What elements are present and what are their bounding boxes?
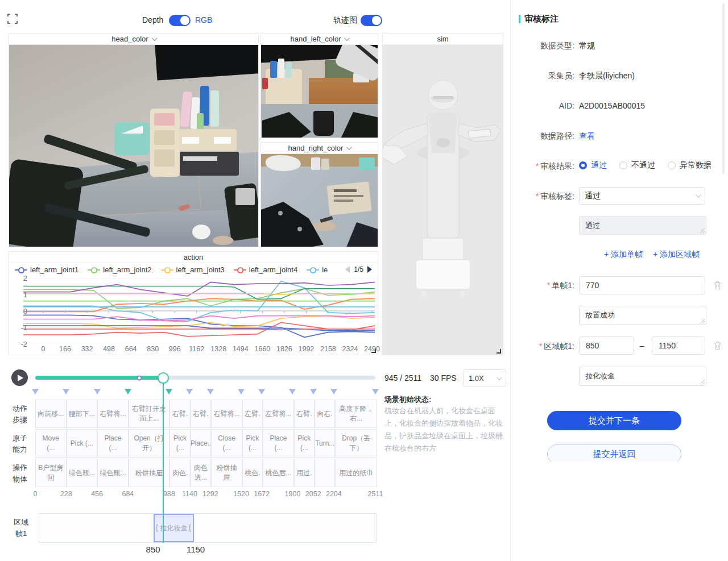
hand-left-camera-header[interactable]: hand_left_color: [261, 34, 378, 45]
action-chart-panel: action left_arm_joint1left_arm_joint2lef…: [9, 251, 378, 355]
step-cell[interactable]: Place..: [191, 429, 211, 458]
frame-axis-tick: 1672: [254, 490, 270, 498]
radio-label: 不通过: [631, 160, 655, 171]
legend-item[interactable]: left_arm_joint4: [234, 265, 297, 274]
step-cell[interactable]: 桃色唇...: [263, 459, 294, 487]
resize-grip-icon[interactable]: [700, 380, 705, 384]
segment-marker[interactable]: [258, 389, 265, 394]
legend-series-label: left_arm_joint4: [249, 265, 297, 274]
step-cell[interactable]: 绿色瓶...: [97, 459, 129, 487]
review-tag-note[interactable]: 通过: [579, 216, 706, 235]
sim-resize-handle[interactable]: [497, 349, 501, 354]
radio-label: 通过: [591, 160, 607, 171]
step-cell[interactable]: 桃色.: [242, 459, 263, 487]
step-cell[interactable]: 右臂.: [294, 400, 315, 428]
segment-marker[interactable]: [186, 389, 193, 394]
legend-next-icon[interactable]: [367, 266, 372, 273]
segment-marker[interactable]: [94, 389, 101, 394]
region-track[interactable]: 拉化妆盒: [39, 513, 377, 543]
step-cell[interactable]: 腰部下...: [67, 400, 98, 428]
step-cell[interactable]: B户型房间: [35, 459, 67, 487]
step-cell[interactable]: 肉色.: [169, 459, 190, 487]
legend-item[interactable]: left_arm_joint1: [15, 265, 78, 274]
region-frame-start-input[interactable]: 850: [579, 336, 634, 355]
region-block-right-handle[interactable]: [189, 525, 191, 532]
segment-marker[interactable]: [125, 389, 131, 394]
segment-marker[interactable]: [330, 389, 337, 394]
resize-grip-icon[interactable]: [700, 228, 705, 233]
data-path-view-link[interactable]: 查看: [579, 131, 595, 142]
keyframe-dot[interactable]: [137, 375, 142, 380]
step-cell[interactable]: Pick (...: [67, 429, 98, 458]
x-axis-tick: 1162: [189, 345, 204, 353]
step-cell[interactable]: Pick (...: [169, 429, 190, 458]
step-cell[interactable]: Move (...: [35, 429, 67, 458]
step-cell[interactable]: Pick (...: [294, 429, 315, 458]
legend-item[interactable]: left_arm_joint2: [88, 265, 151, 274]
review-annotation-panel: 审核标注 数据类型: 常规 采集员: 李轶晨(liyichen) AID: A2…: [511, 0, 728, 561]
speed-select[interactable]: 1.0X: [463, 369, 506, 387]
step-cell[interactable]: 用过.: [294, 459, 315, 487]
resize-grip-icon[interactable]: [700, 319, 705, 323]
step-cell[interactable]: 用过的纸巾: [335, 459, 377, 487]
segment-marker[interactable]: [166, 389, 172, 394]
step-cell[interactable]: Pick (...: [242, 429, 263, 458]
segment-marker[interactable]: [238, 389, 245, 394]
segment-marker[interactable]: [63, 389, 69, 394]
region-block-left-handle[interactable]: [156, 525, 158, 532]
step-cell[interactable]: 左臂.: [242, 400, 263, 428]
submit-return-button[interactable]: 提交并返回: [547, 444, 681, 462]
region-frame-end-input[interactable]: 1150: [652, 336, 705, 355]
segment-marker[interactable]: [310, 389, 317, 394]
legend-item[interactable]: le: [307, 265, 328, 274]
segment-marker[interactable]: [372, 389, 379, 394]
legend-item[interactable]: left_arm_joint3: [161, 265, 225, 274]
step-cell[interactable]: Place (...: [263, 429, 294, 458]
step-cell[interactable]: 肉色透...: [191, 459, 211, 487]
step-cell[interactable]: Close (...: [211, 429, 242, 458]
step-cell[interactable]: 右臂.: [191, 400, 211, 428]
fullscreen-icon[interactable]: [7, 14, 18, 24]
panel-scrollbar[interactable]: [722, 3, 725, 174]
step-cell[interactable]: 右臂将...: [97, 400, 129, 428]
step-cell[interactable]: Turn...: [315, 429, 335, 458]
legend-prev-icon[interactable]: [345, 266, 350, 273]
single-frame-note[interactable]: 放置成功: [579, 306, 706, 325]
submit-next-button[interactable]: 提交并下一条: [547, 411, 681, 430]
segment-marker[interactable]: [32, 389, 39, 394]
step-cell[interactable]: 向前移...: [35, 400, 67, 428]
region-frame-note[interactable]: 拉化妆盒: [579, 367, 706, 386]
step-cell[interactable]: 左臂将...: [263, 400, 294, 428]
hand-right-camera-header[interactable]: hand_right_color: [261, 143, 378, 154]
review-result-option[interactable]: 通过: [579, 160, 607, 171]
head-camera-header[interactable]: head_color: [9, 34, 258, 45]
step-cell[interactable]: 右臂将...: [211, 400, 242, 428]
hand-left-camera-title: hand_left_color: [291, 35, 341, 43]
step-cell[interactable]: 向右.: [315, 400, 335, 428]
region-block[interactable]: 拉化妆盒: [154, 514, 194, 542]
delete-region-frame-icon[interactable]: [713, 341, 722, 350]
segment-marker[interactable]: [289, 389, 296, 394]
step-cell[interactable]: 粉饼抽屉: [211, 459, 242, 487]
step-cell[interactable]: 绿色瓶...: [67, 459, 98, 487]
step-cell[interactable]: Drop（丢下）: [335, 429, 377, 458]
single-frame-input[interactable]: 770: [579, 276, 705, 294]
play-button[interactable]: [11, 369, 28, 386]
depth-rgb-toggle[interactable]: [169, 15, 191, 26]
collector-label: 采集员:: [506, 71, 574, 81]
timeline-slider-handle[interactable]: [158, 372, 169, 384]
review-result-option[interactable]: 不通过: [619, 160, 655, 171]
segment-marker[interactable]: [207, 389, 214, 394]
trajectory-toggle[interactable]: [361, 15, 382, 26]
step-cell[interactable]: 高度下降，右...: [335, 400, 377, 428]
step-cell[interactable]: 右臂.: [169, 400, 190, 428]
review-tag-select[interactable]: 通过: [579, 187, 705, 205]
annotation-review-app: Depth RGB 轨迹图 head_color: [0, 0, 728, 561]
add-region-frame-link[interactable]: + 添加区域帧: [653, 250, 700, 260]
step-cell[interactable]: [315, 459, 335, 487]
review-result-option[interactable]: 异常数据: [668, 160, 712, 171]
step-cell[interactable]: Place (...: [97, 429, 129, 458]
delete-single-frame-icon[interactable]: [713, 281, 722, 290]
add-single-frame-link[interactable]: + 添加单帧: [604, 250, 643, 260]
chevron-down-icon: [497, 375, 502, 380]
